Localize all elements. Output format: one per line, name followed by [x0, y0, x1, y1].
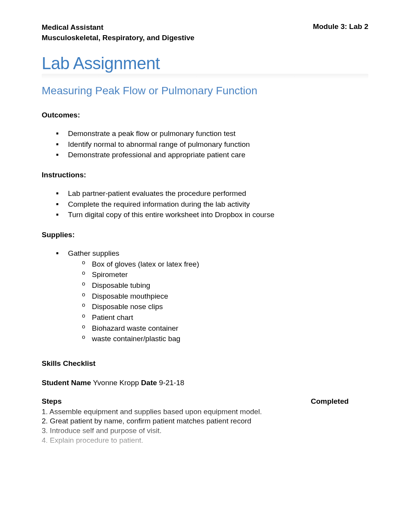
table-row: 1. Assemble equipment and supplies based… [42, 407, 368, 417]
list-item: Lab partner-patient evaluates the proced… [61, 189, 368, 199]
list-item: Gather supplies Box of gloves (latex or … [61, 248, 368, 344]
student-name-value: Yvonne Kropp [93, 379, 139, 387]
step-text: 1. Assemble equipment and supplies based… [42, 407, 291, 417]
date-value: 9-21-18 [159, 379, 185, 387]
checklist-table: Steps Completed 1. Assemble equipment an… [42, 396, 368, 445]
list-item: Spirometer [87, 270, 368, 280]
skills-checklist-label: Skills Checklist [42, 359, 368, 368]
student-name-label: Student Name [42, 379, 91, 387]
step-text: 3. Introduce self and purpose of visit. [42, 426, 291, 436]
completed-cell [291, 426, 368, 436]
table-row: 4. Explain procedure to patient. [42, 436, 368, 445]
outcomes-label: Outcomes: [42, 111, 368, 119]
course-subtitle: Musculoskeletal, Respiratory, and Digest… [42, 33, 195, 43]
col-header-completed: Completed [291, 397, 368, 406]
page-title: Lab Assignment [42, 54, 368, 73]
list-item: Identify normal to abnormal range of pul… [61, 139, 368, 150]
page-subtitle: Measuring Peak Flow or Pulmonary Functio… [42, 85, 368, 97]
module-label: Module 3: Lab 2 [313, 22, 368, 43]
list-item: Box of gloves (latex or latex free) [87, 259, 368, 269]
supplies-item-label: Gather supplies [68, 249, 119, 257]
title-divider [42, 74, 368, 79]
outcomes-list: Demonstrate a peak flow or pulmonary fun… [42, 129, 368, 160]
list-item: Biohazard waste container [87, 323, 368, 333]
list-item: Disposable mouthpiece [87, 291, 368, 301]
step-text: 2. Great patient by name, confirm patien… [42, 416, 291, 426]
course-title: Medical Assistant [42, 22, 195, 33]
instructions-list: Lab partner-patient evaluates the proced… [42, 189, 368, 220]
table-row: 2. Great patient by name, confirm patien… [42, 416, 368, 426]
header-left: Medical Assistant Musculoskeletal, Respi… [42, 22, 195, 43]
list-item: Demonstrate a peak flow or pulmonary fun… [61, 129, 368, 139]
table-row: 3. Introduce self and purpose of visit. [42, 426, 368, 436]
document-header: Medical Assistant Musculoskeletal, Respi… [42, 22, 368, 43]
list-item: Turn digital copy of this entire workshe… [61, 210, 368, 220]
list-item: Patient chart [87, 313, 368, 323]
supplies-sublist: Box of gloves (latex or latex free) Spir… [68, 259, 368, 344]
supplies-list: Gather supplies Box of gloves (latex or … [42, 248, 368, 344]
step-text: 4. Explain procedure to patient. [42, 436, 291, 445]
list-item: waste container/plastic bag [87, 334, 368, 344]
col-header-steps: Steps [42, 397, 291, 406]
completed-cell [291, 407, 368, 417]
date-label: Date [141, 379, 157, 387]
list-item: Disposable tubing [87, 280, 368, 291]
completed-cell [291, 416, 368, 426]
table-header-row: Steps Completed [42, 396, 368, 407]
student-info-row: Student Name Yvonne Kropp Date 9-21-18 [42, 379, 368, 387]
list-item: Complete the required information during… [61, 199, 368, 209]
supplies-label: Supplies: [42, 231, 368, 239]
list-item: Disposable nose clips [87, 302, 368, 312]
list-item: Demonstrate professional and appropriate… [61, 150, 368, 160]
completed-cell [291, 436, 368, 445]
instructions-label: Instructions: [42, 171, 368, 179]
